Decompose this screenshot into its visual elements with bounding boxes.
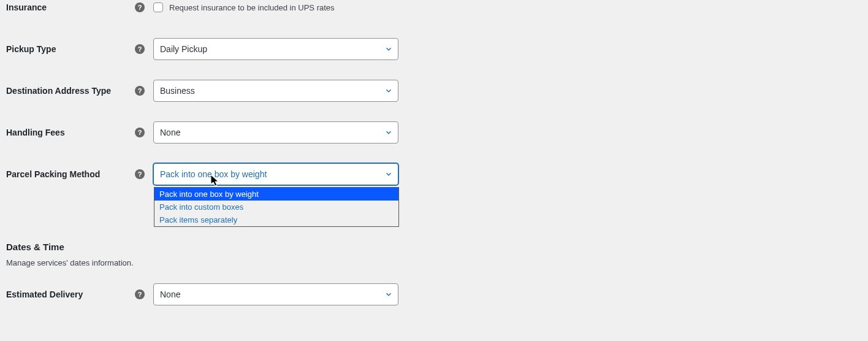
chevron-down-icon [384, 45, 393, 53]
help-icon[interactable]: ? [135, 86, 145, 96]
parcel-packing-option[interactable]: Pack into one box by weight [154, 188, 398, 201]
chevron-down-icon [384, 86, 393, 95]
dates-time-desc: Manage services' dates information. [6, 258, 862, 267]
estimated-delivery-select[interactable]: None [153, 283, 398, 305]
parcel-packing-label: Parcel Packing Method [6, 169, 135, 179]
pickup-type-select[interactable]: Daily Pickup [153, 38, 398, 60]
chevron-down-icon [384, 290, 393, 299]
estimated-delivery-label: Estimated Delivery [6, 289, 135, 299]
handling-fees-label: Handling Fees [6, 128, 135, 137]
estimated-delivery-value: None [160, 289, 180, 299]
insurance-checkbox-label: Request insurance to be included in UPS … [169, 3, 335, 12]
handling-fees-select[interactable]: None [153, 121, 398, 144]
parcel-packing-select[interactable]: Pack into one box by weight Pack into on… [153, 163, 398, 185]
parcel-packing-option[interactable]: Pack items separately [154, 213, 398, 226]
pickup-type-label: Pickup Type [6, 44, 135, 54]
dates-time-heading: Dates & Time [6, 242, 862, 252]
insurance-label: Insurance [6, 2, 135, 12]
handling-fees-value: None [160, 128, 180, 137]
help-icon[interactable]: ? [135, 2, 145, 12]
parcel-packing-option[interactable]: Pack into custom boxes [154, 201, 398, 213]
parcel-packing-value: Pack into one box by weight [160, 169, 267, 179]
destination-address-type-label: Destination Address Type [6, 86, 135, 96]
help-icon[interactable]: ? [135, 289, 145, 299]
help-icon[interactable]: ? [135, 128, 145, 137]
help-icon[interactable]: ? [135, 169, 145, 179]
destination-address-type-select[interactable]: Business [153, 80, 398, 102]
chevron-down-icon [384, 170, 393, 178]
pickup-type-value: Daily Pickup [160, 44, 207, 54]
insurance-checkbox[interactable] [153, 2, 163, 12]
destination-address-type-value: Business [160, 86, 195, 96]
chevron-down-icon [384, 128, 393, 137]
help-icon[interactable]: ? [135, 44, 145, 54]
parcel-packing-dropdown: Pack into one box by weight Pack into cu… [154, 187, 399, 227]
